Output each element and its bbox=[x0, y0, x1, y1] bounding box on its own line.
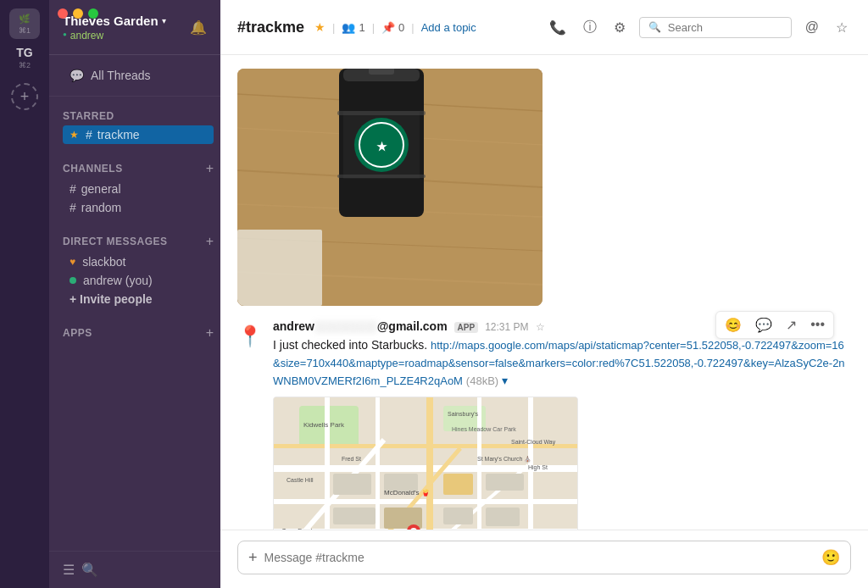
svg-text:Town Road: Town Road bbox=[282, 528, 312, 530]
svg-rect-35 bbox=[443, 474, 473, 495]
search-input[interactable] bbox=[668, 21, 782, 34]
svg-rect-26 bbox=[376, 397, 380, 530]
add-workspace-button[interactable]: + bbox=[11, 83, 38, 110]
members-icon: 👥 bbox=[342, 21, 355, 34]
dm-item-slackbot[interactable]: ♥ slackbot bbox=[63, 252, 214, 271]
info-icon[interactable]: ⓘ bbox=[580, 15, 600, 40]
text-message-wrapper: 📍 andrew░░░░░░░░@gmail.com APP 12:31 PM … bbox=[237, 319, 851, 530]
invite-people-button[interactable]: + Invite people bbox=[63, 290, 214, 308]
workspace-user-row: ● andrew bbox=[63, 28, 166, 42]
channel-item-random[interactable]: # random bbox=[63, 198, 214, 217]
image-message: ★ bbox=[237, 69, 851, 306]
svg-rect-39 bbox=[443, 508, 473, 524]
invite-label: + Invite people bbox=[70, 292, 153, 306]
channel-header-title-area: #trackme bbox=[237, 19, 304, 36]
menu-icon[interactable]: ☰ bbox=[63, 562, 75, 578]
workspace-icon-2[interactable]: TG ⌘2 bbox=[9, 42, 40, 73]
minimize-button[interactable] bbox=[73, 8, 83, 19]
sidebar-content: Thieves Garden ▾ ● andrew 🔔 💬 All Thread… bbox=[49, 0, 220, 588]
emoji-reaction-button[interactable]: 😊 bbox=[720, 313, 747, 336]
add-topic-button[interactable]: Add a topic bbox=[421, 21, 476, 34]
channel-star-icon[interactable]: ★ bbox=[314, 20, 326, 34]
workspace-icon-1[interactable]: 🌿 ⌘1 bbox=[9, 8, 40, 39]
slackbot-icon: ♥ bbox=[70, 256, 75, 268]
attach-button[interactable]: + bbox=[248, 549, 258, 567]
divider-3: | bbox=[411, 21, 414, 34]
workspace-caret-icon: ▾ bbox=[162, 16, 166, 25]
members-meta: 👥 1 bbox=[342, 21, 364, 34]
message-body: andrew░░░░░░░░@gmail.com APP 12:31 PM ☆ … bbox=[273, 319, 851, 530]
workspace-initials: TG bbox=[16, 46, 32, 59]
svg-rect-36 bbox=[486, 474, 524, 491]
channel-item-trackme[interactable]: ★ # trackme bbox=[63, 125, 214, 144]
starbucks-photo: ★ bbox=[237, 69, 542, 306]
svg-text:Fred St: Fred St bbox=[342, 456, 361, 462]
channels-section-title: CHANNELS bbox=[63, 163, 123, 175]
message-left-col: 📍 bbox=[237, 321, 263, 530]
star-channel-icon[interactable]: ☆ bbox=[832, 16, 851, 39]
starred-section-header: STARRED bbox=[63, 110, 214, 122]
channel-header-left: #trackme ★ | 👥 1 | 📌 0 | Add a topic bbox=[237, 19, 476, 36]
text-message: 📍 andrew░░░░░░░░@gmail.com APP 12:31 PM … bbox=[237, 319, 851, 530]
channel-item-general[interactable]: # general bbox=[63, 180, 214, 198]
svg-text:Sainsbury's: Sainsbury's bbox=[448, 411, 478, 418]
svg-rect-7 bbox=[237, 230, 322, 306]
message-text: I just checked into Starbucks. http://ma… bbox=[273, 336, 851, 390]
status-dot: ● bbox=[63, 31, 67, 38]
dm-name-andrew: andrew (you) bbox=[83, 274, 153, 287]
plus-icon: + bbox=[20, 88, 30, 106]
close-button[interactable] bbox=[58, 8, 68, 19]
svg-text:★: ★ bbox=[376, 140, 387, 153]
all-threads-item[interactable]: 💬 All Threads bbox=[63, 65, 207, 86]
at-icon[interactable]: @ bbox=[802, 16, 822, 38]
collapse-icon[interactable]: ▾ bbox=[502, 374, 508, 387]
direct-messages-section: DIRECT MESSAGES + ♥ slackbot andrew (you… bbox=[49, 220, 220, 312]
channel-header-right: 📞 ⓘ ⚙ 🔍 @ ☆ bbox=[546, 15, 851, 40]
search-box[interactable]: 🔍 bbox=[639, 17, 792, 38]
dm-item-andrew[interactable]: andrew (you) bbox=[63, 271, 214, 290]
svg-text:High St: High St bbox=[528, 464, 548, 471]
settings-icon[interactable]: ⚙ bbox=[610, 16, 629, 39]
more-actions-button[interactable]: ••• bbox=[805, 313, 830, 336]
sidebar-bottom: ☰ 🔍 bbox=[49, 551, 220, 588]
svg-text:Hines Meadow Car Park: Hines Meadow Car Park bbox=[452, 426, 516, 432]
bell-icon[interactable]: 🔔 bbox=[190, 19, 207, 36]
apps-section-title: APPS bbox=[63, 327, 92, 339]
messages-area: ★ 📍 bbox=[220, 55, 868, 530]
message-input[interactable] bbox=[264, 551, 815, 564]
svg-rect-27 bbox=[426, 397, 433, 530]
dm-section-title: DIRECT MESSAGES bbox=[63, 236, 168, 247]
workspace-logo: 🌿 bbox=[19, 14, 31, 25]
apps-section: APPS + bbox=[49, 312, 220, 347]
add-channel-button[interactable]: + bbox=[206, 161, 214, 176]
dm-section-header: DIRECT MESSAGES + bbox=[63, 234, 214, 249]
shortcut-label-2: ⌘2 bbox=[19, 61, 31, 69]
map-image: Kidwells Park Sainsbury's Hines Meadow C… bbox=[273, 397, 578, 530]
message-actions: 😊 💬 ↗ ••• bbox=[715, 311, 834, 339]
threads-icon: 💬 bbox=[70, 69, 84, 82]
svg-text:Saint-Cloud Way: Saint-Cloud Way bbox=[511, 439, 556, 446]
search-bottom-icon[interactable]: 🔍 bbox=[81, 562, 98, 578]
svg-rect-33 bbox=[333, 474, 371, 495]
svg-rect-14 bbox=[369, 69, 394, 75]
add-dm-button[interactable]: + bbox=[206, 234, 214, 249]
svg-text:Kidwells Park: Kidwells Park bbox=[303, 421, 345, 429]
maximize-button[interactable] bbox=[88, 8, 98, 19]
traffic-lights bbox=[58, 8, 98, 19]
channel-title: #trackme bbox=[237, 19, 304, 36]
emoji-button[interactable]: 🙂 bbox=[821, 548, 840, 567]
pins-count: 0 bbox=[398, 21, 404, 34]
comment-button[interactable]: 💬 bbox=[750, 313, 777, 336]
file-size: (48kB) bbox=[466, 374, 498, 387]
channels-section-header: CHANNELS + bbox=[63, 161, 214, 176]
message-star-button[interactable]: ☆ bbox=[536, 321, 545, 333]
share-button[interactable]: ↗ bbox=[781, 313, 802, 336]
message-text-content: I just checked into Starbucks. bbox=[273, 338, 427, 352]
svg-rect-40 bbox=[486, 508, 520, 526]
svg-rect-15 bbox=[337, 111, 426, 115]
app-badge: APP bbox=[454, 322, 479, 333]
phone-icon[interactable]: 📞 bbox=[546, 16, 570, 39]
add-app-button[interactable]: + bbox=[206, 325, 214, 341]
main-content: #trackme ★ | 👥 1 | 📌 0 | Add a topic 📞 bbox=[220, 0, 868, 588]
channel-hash-icon: # bbox=[86, 128, 92, 141]
